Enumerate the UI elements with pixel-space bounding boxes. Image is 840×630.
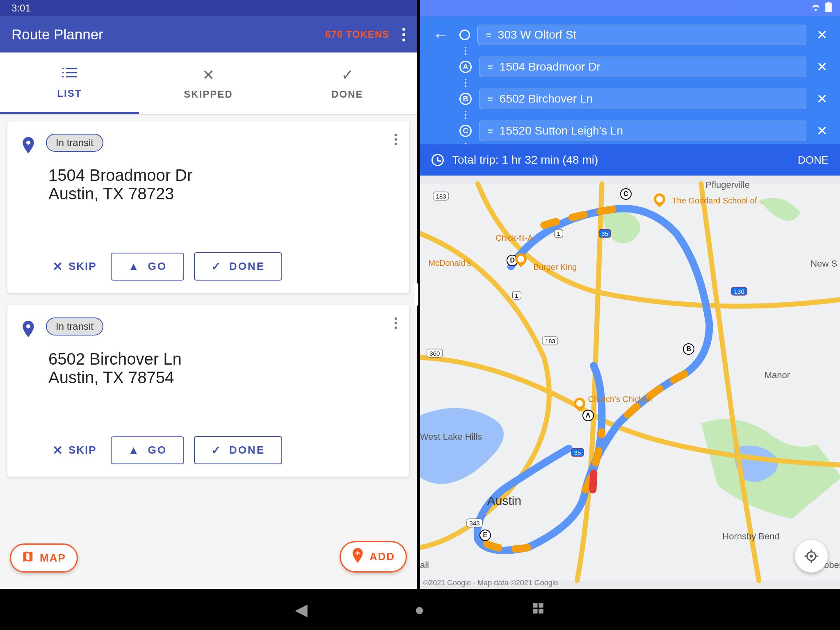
waypoint-input[interactable]: ≡15520 Sutton Leigh's Ln xyxy=(479,121,806,141)
remove-waypoint-icon[interactable]: ✕ xyxy=(814,59,830,75)
map-label: West Lake Hills xyxy=(420,432,482,442)
skip-button[interactable]: ✕SKIP xyxy=(48,253,101,279)
tokens-label[interactable]: 670 TOKENS xyxy=(325,29,389,40)
road-shield: 35 xyxy=(571,448,584,457)
map-label: The Goddard School of... xyxy=(672,196,763,205)
crosshair-icon xyxy=(804,549,819,564)
trip-summary: Total trip: 1 hr 32 min (48 mi) xyxy=(452,153,598,167)
waypoint-marker-c[interactable]: C xyxy=(620,188,632,200)
connector-dots-icon xyxy=(459,111,472,119)
location-pin-icon xyxy=(22,137,34,157)
drag-handle-icon[interactable]: ≡ xyxy=(488,126,493,136)
split-handle[interactable] xyxy=(414,283,418,306)
skip-button[interactable]: ✕SKIP xyxy=(48,437,101,463)
go-button[interactable]: ▲GO xyxy=(111,436,184,464)
tabs: LIST ✕ SKIPPED ✓ DONE xyxy=(0,52,417,114)
my-location-button[interactable] xyxy=(795,540,828,573)
navigate-icon: ▲ xyxy=(128,260,141,273)
status-chip: In transit xyxy=(46,134,103,152)
road-shield: 130 xyxy=(731,287,747,296)
drag-handle-icon[interactable]: ≡ xyxy=(486,30,491,40)
map-label: Pflugerville xyxy=(705,180,750,190)
waypoint-letter: C xyxy=(459,125,472,137)
road-shield: 343 xyxy=(467,518,483,527)
clock-time: 3:01 xyxy=(11,2,31,14)
waypoint-input[interactable]: ≡1504 Broadmoor Dr xyxy=(479,57,806,77)
road-shield: 35 xyxy=(598,229,611,238)
waypoint-input[interactable]: ≡6502 Birchover Ln xyxy=(479,89,806,109)
map-attribution: ©2021 Google - Map data ©2021 Google xyxy=(423,579,558,587)
map-label: all xyxy=(420,560,429,571)
check-icon: ✓ xyxy=(211,260,222,273)
road-shield: 1 xyxy=(512,291,521,300)
wifi-icon xyxy=(810,2,821,14)
check-icon: ✓ xyxy=(211,443,222,457)
stop-card[interactable]: In transit 6502 Birchover Ln Austin, TX … xyxy=(7,305,409,477)
battery-icon xyxy=(825,2,832,15)
map-fab[interactable]: MAP xyxy=(10,543,78,573)
tab-list[interactable]: LIST xyxy=(0,52,139,114)
add-fab-label: ADD xyxy=(370,550,395,563)
waypoint-marker-e[interactable]: E xyxy=(479,530,491,541)
overflow-menu-icon[interactable] xyxy=(402,28,405,41)
back-arrow-icon[interactable]: ← xyxy=(430,26,452,44)
clock-icon xyxy=(431,154,444,166)
add-fab[interactable]: ADD xyxy=(340,541,407,573)
waypoint-letter: A xyxy=(459,61,472,73)
remove-waypoint-icon[interactable]: ✕ xyxy=(814,91,830,107)
list-icon xyxy=(61,66,78,83)
navigate-icon: ▲ xyxy=(128,444,141,457)
svg-rect-14 xyxy=(539,603,543,607)
add-location-icon xyxy=(352,548,364,566)
address-line1: 6502 Birchover Ln xyxy=(48,350,395,368)
remove-waypoint-icon[interactable]: ✕ xyxy=(814,27,830,43)
recents-nav-icon[interactable] xyxy=(531,600,545,619)
waypoint-row: ← ≡303 W Oltorf St ✕ xyxy=(430,22,830,48)
close-icon: ✕ xyxy=(52,259,64,274)
map-label: Manor xyxy=(765,370,790,381)
connector-dots-icon xyxy=(459,79,472,87)
road-shield: 360 xyxy=(427,349,443,358)
map-svg xyxy=(420,176,840,589)
drag-handle-icon[interactable]: ≡ xyxy=(488,62,493,72)
stops-list[interactable]: In transit 1504 Broadmoor Dr Austin, TX … xyxy=(0,115,417,589)
address-line1: 1504 Broadmoor Dr xyxy=(48,166,395,185)
location-pin-icon xyxy=(22,321,34,341)
road-shield: 1 xyxy=(554,229,563,238)
address-line2: Austin, TX 78723 xyxy=(48,185,395,203)
card-overflow-icon[interactable] xyxy=(395,317,397,329)
start-circle-icon xyxy=(459,30,470,40)
check-icon: ✓ xyxy=(341,66,354,84)
drag-handle-icon[interactable]: ≡ xyxy=(488,94,493,104)
waypoint-input[interactable]: ≡303 W Oltorf St xyxy=(477,25,806,45)
trip-done-button[interactable]: DONE xyxy=(798,154,829,167)
done-button[interactable]: ✓DONE xyxy=(194,436,282,464)
back-nav-icon[interactable]: ◀ xyxy=(295,600,308,619)
road-shield: 183 xyxy=(433,192,449,201)
close-icon: ✕ xyxy=(202,66,215,84)
status-bar-right xyxy=(420,0,840,16)
waypoint-marker-b[interactable]: B xyxy=(683,343,694,355)
waypoint-letter: B xyxy=(459,93,472,105)
tab-list-label: LIST xyxy=(57,88,82,99)
card-overflow-icon[interactable] xyxy=(395,134,397,145)
stop-card[interactable]: In transit 1504 Broadmoor Dr Austin, TX … xyxy=(7,121,409,293)
status-chip: In transit xyxy=(46,317,103,336)
waypoint-marker-a[interactable]: A xyxy=(582,410,594,421)
map-label: New S xyxy=(810,258,837,269)
svg-point-8 xyxy=(810,555,813,558)
map-label: Austin xyxy=(487,494,521,508)
tab-done[interactable]: ✓ DONE xyxy=(278,52,417,114)
map-canvas[interactable]: C B A D E Pflugerville The Goddard Schoo… xyxy=(420,176,840,589)
android-nav-bar: ◀ ● xyxy=(0,589,840,630)
home-nav-icon[interactable]: ● xyxy=(414,600,424,619)
map-label: Chick-fil-A xyxy=(495,233,533,243)
remove-waypoint-icon[interactable]: ✕ xyxy=(814,123,830,139)
waypoint-row: C ≡15520 Sutton Leigh's Ln ✕ xyxy=(430,118,830,144)
connector-dots-icon xyxy=(459,47,472,55)
tab-done-label: DONE xyxy=(331,89,363,100)
map-label: Burger King xyxy=(533,262,577,272)
go-button[interactable]: ▲GO xyxy=(111,253,184,281)
tab-skipped[interactable]: ✕ SKIPPED xyxy=(139,52,278,114)
done-button[interactable]: ✓DONE xyxy=(194,252,282,281)
